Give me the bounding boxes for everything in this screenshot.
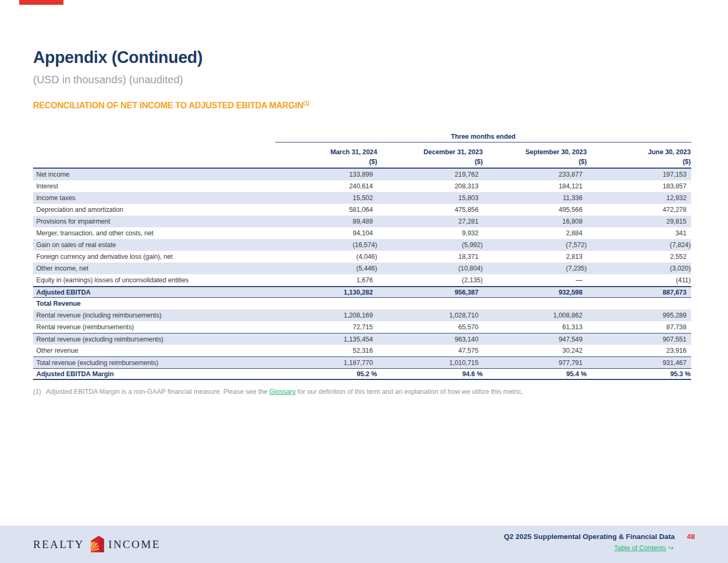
cell-value: (7,235) [483,265,587,272]
cell-value: 95.3 % [587,370,691,378]
cell-value: 9,932 [378,229,483,237]
cell-value: 1,135,454 [275,336,378,343]
cell-value: 12,932 [587,194,691,202]
table-row: Merger, transaction, and other costs, ne… [33,227,691,239]
row-label: Adjusted EBITDA [33,289,275,296]
footnote: (1)Adjusted EBITDA Margin is a non-GAAP … [33,388,523,395]
cell-value: 2,813 [483,253,587,260]
cell-value: 47,575 [378,347,483,354]
row-label: Income taxes [33,194,275,202]
cell-value: 23,916 [587,347,691,354]
column-header: June 30, 2023 [587,148,691,156]
table-row: Rental revenue (excluding reimbursements… [33,333,691,345]
cell-value: 30,242 [483,347,587,354]
row-label: Other revenue [33,347,275,354]
column-header: December 31, 2023 [378,148,483,156]
cell-value: (4,046) [275,253,378,260]
cell-value: 977,791 [483,359,587,367]
glossary-link[interactable]: Glossary [269,388,295,395]
row-label: Foreign currency and derivative loss (ga… [33,253,275,260]
footnote-marker: (1) [33,388,41,395]
footer-right: Q2 2025 Supplemental Operating & Financi… [504,533,695,552]
cell-value: 16,808 [483,218,587,225]
unit-label: ($) [587,158,691,165]
section-heading-footnote-ref: (1) [303,100,310,106]
footnote-text-before: Adjusted EBITDA Margin is a non-GAAP fin… [46,388,269,395]
cell-value: 15,502 [275,194,378,202]
cell-value: 995,289 [587,312,691,319]
cell-value: 581,064 [275,206,378,213]
table-rows: Net income133,899219,762233,877197,153In… [33,169,691,380]
cell-value: 963,140 [378,336,483,343]
table-row: Provisions for impairment89,48927,28116,… [33,216,691,227]
page-title: Appendix (Continued) [33,48,203,67]
report-page: Appendix (Continued) (USD in thousands) … [0,0,728,563]
cell-value: 956,387 [378,289,483,296]
cell-value: 65,570 [378,323,483,331]
cell-value: 94,104 [275,229,378,237]
table-row: Total revenue (excluding reimbursements)… [33,356,691,368]
cell-value: 18,371 [378,253,483,260]
cell-value: (3,020) [587,265,691,272]
table-row: Other income, net(5,446)(10,804)(7,235)(… [33,263,691,274]
footer: REALTY INCOME Q2 2025 Supplemental Op [0,526,728,563]
row-label: Equity in (earnings) losses of unconsoli… [33,276,275,284]
cell-value: 1,130,282 [275,289,378,296]
cell-value: — [483,276,587,284]
cell-value: 1,028,710 [378,312,483,319]
unit-header-row: ($) ($) ($) ($) [33,158,691,169]
page-subtitle: (USD in thousands) (unaudited) [33,74,183,86]
row-label: Rental revenue (excluding reimbursements… [33,336,275,343]
section-heading-text: RECONCILIATION OF NET INCOME TO ADJUSTED… [33,101,303,110]
table-row: Rental revenue (reimbursements)72,71565,… [33,321,691,333]
table-row: Net income133,899219,762233,877197,153 [33,169,691,180]
table-row: Other revenue52,31647,57530,24223,916 [33,345,691,356]
cell-value: 1,008,862 [483,312,587,319]
row-label: Other income, net [33,265,275,272]
cell-value: 184,121 [483,183,587,190]
cell-value: 1,010,715 [378,359,483,367]
cell-value: (5,992) [378,241,483,249]
row-label: Interest [33,183,275,190]
row-label: Total Revenue [33,300,275,307]
cell-value: (7,824) [587,241,691,249]
unit-label: ($) [483,158,587,165]
cell-value: 907,551 [587,336,691,343]
row-label: Rental revenue (including reimbursements… [33,312,275,319]
cell-value: 29,815 [587,218,691,225]
cell-value: 95.4 % [483,370,587,378]
table-row: Adjusted EBITDA Margin95.2 %94.6 %95.4 %… [33,368,691,380]
cell-value: (5,446) [275,265,378,272]
cell-value: 2,552 [587,253,691,260]
cell-value: 233,877 [483,171,587,178]
cell-value: 197,153 [587,171,691,178]
row-label: Depreciation and amortization [33,206,275,213]
cell-value: 887,673 [587,289,691,296]
footnote-text-after: for our definition of this term and an e… [295,388,523,395]
column-header: September 30, 2023 [483,148,587,156]
cell-value: 1,187,770 [275,359,378,367]
cell-value: 72,715 [275,323,378,331]
cell-value: (7,572) [483,241,587,249]
cell-value: 240,614 [275,183,378,190]
toc-arrow-icon[interactable]: ↪ [668,544,674,552]
cell-value: 52,316 [275,347,378,354]
cell-value: 2,884 [483,229,587,237]
row-label: Adjusted EBITDA Margin [33,370,275,378]
table-row: Equity in (earnings) losses of unconsoli… [33,274,691,286]
cell-value: (2,135) [378,276,483,284]
cell-value: 183,857 [587,183,691,190]
toc-link[interactable]: Table of Contents [614,544,666,552]
table-row: Adjusted EBITDA1,130,282956,387932,59888… [33,286,691,298]
row-label: Gain on sales of real estate [33,241,275,249]
cell-value: 133,899 [275,171,378,178]
table-row: Gain on sales of real estate(16,574)(5,9… [33,239,691,251]
cell-value: 947,549 [483,336,587,343]
cell-value: 87,738 [587,323,691,331]
logo-word-realty: REALTY [33,538,84,551]
cell-value: 27,281 [378,218,483,225]
cell-value: (411) [587,276,691,284]
footer-doc-title: Q2 2025 Supplemental Operating & Financi… [504,533,675,541]
row-label: Provisions for impairment [33,218,275,225]
cell-value: 1,208,169 [275,312,378,319]
